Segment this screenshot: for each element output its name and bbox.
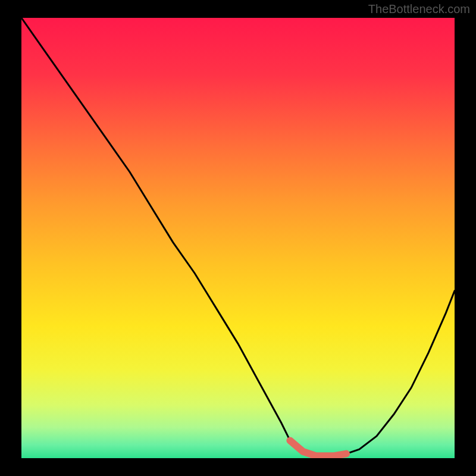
bottleneck-chart <box>21 18 455 458</box>
attribution-text: TheBottleneck.com <box>368 2 470 16</box>
chart-background <box>21 18 455 458</box>
chart-svg <box>21 18 455 458</box>
